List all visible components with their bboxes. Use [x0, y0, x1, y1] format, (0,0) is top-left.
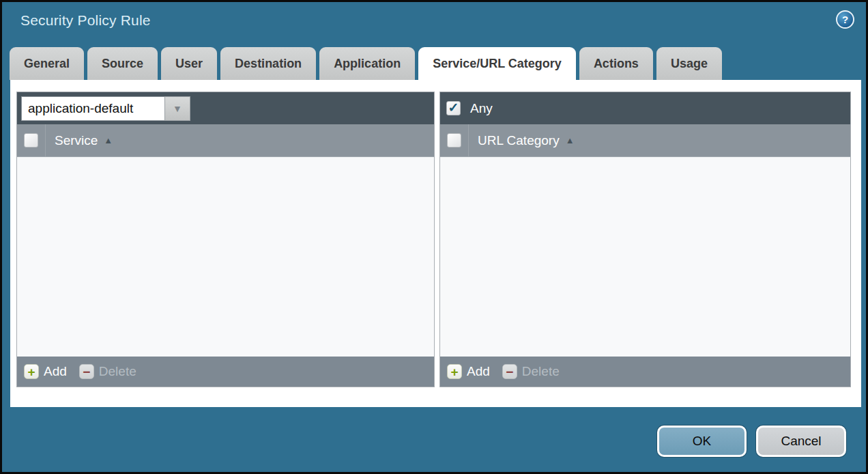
service-panel: ▼ Service ▲ + Add − De	[16, 92, 435, 387]
url-category-delete-button[interactable]: − Delete	[502, 364, 560, 379]
service-type-dropdown: ▼	[21, 96, 190, 121]
sort-asc-icon: ▲	[566, 135, 575, 145]
tab-bar: General Source User Destination Applicat…	[10, 47, 722, 80]
url-category-select-all-checkbox[interactable]	[447, 133, 461, 148]
tab-application[interactable]: Application	[319, 47, 415, 80]
service-header-row: Service ▲	[17, 124, 434, 157]
sort-asc-icon: ▲	[104, 135, 113, 145]
url-category-column-header[interactable]: URL Category ▲	[469, 133, 575, 148]
service-delete-button[interactable]: − Delete	[79, 364, 136, 379]
url-category-footer: + Add − Delete	[440, 357, 850, 387]
service-list	[17, 157, 434, 357]
add-icon: +	[447, 364, 462, 379]
service-type-input[interactable]	[21, 96, 164, 121]
service-select-all-checkbox[interactable]	[24, 133, 38, 148]
dialog-button-row: OK Cancel	[657, 426, 846, 457]
add-icon: +	[24, 364, 39, 379]
any-checkbox[interactable]: ✓	[446, 101, 461, 115]
tab-source[interactable]: Source	[87, 47, 158, 80]
service-footer: + Add − Delete	[17, 357, 434, 387]
tab-user[interactable]: User	[161, 47, 217, 80]
delete-icon: −	[502, 364, 517, 379]
url-category-panel: ✓ Any URL Category ▲ + Add	[439, 92, 851, 387]
add-label: Add	[467, 364, 490, 379]
url-category-list	[440, 157, 850, 357]
service-select-all-cell	[17, 124, 46, 156]
chevron-down-icon[interactable]: ▼	[164, 96, 190, 121]
tab-destination[interactable]: Destination	[220, 47, 316, 80]
tab-general[interactable]: General	[10, 47, 84, 80]
url-category-column-label: URL Category	[478, 133, 560, 148]
service-column-label: Service	[55, 133, 98, 148]
tab-usage[interactable]: Usage	[656, 47, 722, 80]
tab-actions[interactable]: Actions	[579, 47, 653, 80]
service-column-header[interactable]: Service ▲	[46, 133, 113, 148]
delete-label: Delete	[99, 364, 136, 379]
security-policy-rule-dialog: Security Policy Rule ? General Source Us…	[0, 0, 868, 474]
tab-content-area: ▼ Service ▲ + Add − De	[10, 80, 861, 407]
any-row: ✓ Any	[444, 101, 493, 116]
cancel-button[interactable]: Cancel	[756, 426, 846, 457]
delete-label: Delete	[522, 364, 560, 379]
service-toolbar: ▼	[17, 92, 434, 124]
url-category-header-row: URL Category ▲	[440, 124, 850, 157]
url-category-toolbar: ✓ Any	[440, 92, 850, 124]
ok-button[interactable]: OK	[657, 426, 747, 457]
checkmark-icon: ✓	[448, 101, 459, 114]
add-label: Add	[44, 364, 67, 379]
service-add-button[interactable]: + Add	[24, 364, 67, 379]
url-category-add-button[interactable]: + Add	[447, 364, 490, 379]
help-icon[interactable]: ?	[836, 10, 854, 29]
any-label: Any	[470, 101, 493, 116]
url-category-select-all-cell	[440, 124, 469, 156]
dialog-title: Security Policy Rule	[20, 12, 151, 29]
tab-service-url-category[interactable]: Service/URL Category	[418, 47, 576, 80]
delete-icon: −	[79, 364, 94, 379]
